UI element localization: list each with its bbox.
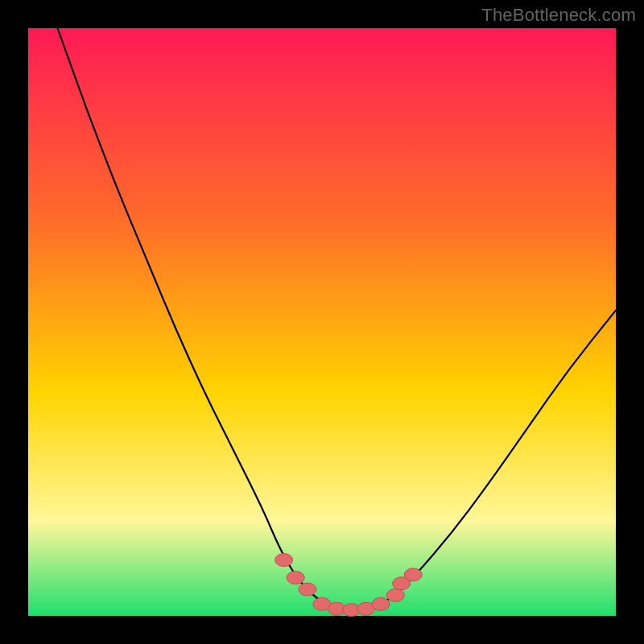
marker-point xyxy=(386,588,404,601)
watermark-label: TheBottleneck.com xyxy=(481,5,636,26)
marker-point xyxy=(287,572,304,584)
marker-point xyxy=(404,568,422,581)
plot-background xyxy=(28,28,616,616)
marker-point xyxy=(299,583,316,596)
bottleneck-chart xyxy=(0,0,644,644)
chart-frame: TheBottleneck.com xyxy=(0,0,644,644)
marker-point xyxy=(372,597,390,610)
marker-point xyxy=(275,554,293,567)
